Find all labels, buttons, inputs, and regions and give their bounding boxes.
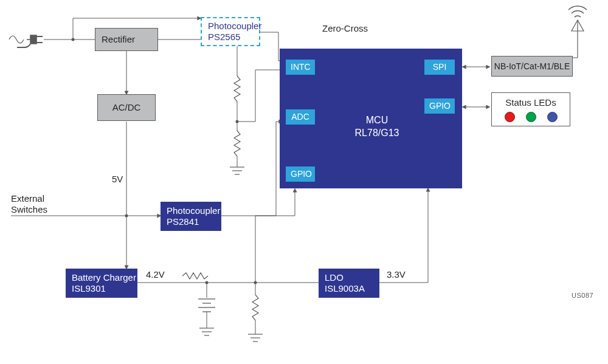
mcu-part: RL78/G13	[340, 127, 413, 140]
status-leds-block: Status LEDs	[491, 92, 570, 126]
led-red-icon	[505, 112, 515, 122]
battery-charger-line1: Battery Charger	[72, 272, 131, 283]
photocoupler1-line2: PS2565	[208, 32, 253, 43]
led-blue-icon	[547, 112, 558, 122]
battery-charger-line2: ISL9301	[72, 283, 131, 294]
wifi-icon	[568, 6, 587, 17]
mcu-name: MCU	[340, 114, 413, 127]
diagram-id: US087	[572, 292, 593, 299]
acdc-block: AC/DC	[97, 94, 156, 121]
rectifier-block: Rectifier	[95, 28, 158, 51]
chip-gpio-left: GPIO	[286, 167, 315, 182]
chip-spi: SPI	[424, 60, 455, 75]
svg-rect-0	[30, 35, 36, 44]
photocoupler1-line1: Photocoupler	[208, 21, 253, 32]
chip-adc: ADC	[286, 109, 315, 125]
label-4-2v: 4.2V	[146, 269, 165, 280]
label-switches: Switches	[11, 204, 47, 215]
ground-icon	[248, 334, 263, 342]
photocoupler-ps2565-block: Photocoupler PS2565	[201, 17, 260, 46]
photocoupler-ps2841-block: Photocoupler PS2841	[161, 202, 221, 231]
battery-icon	[198, 299, 215, 312]
nbiot-label: NB-IoT/Cat-M1/BLE	[494, 61, 570, 72]
mcu-block: INTC ADC GPIO SPI GPIO MCU RL78/G13	[280, 49, 462, 188]
svg-point-3	[72, 38, 75, 41]
rectifier-label: Rectifier	[102, 34, 151, 45]
ground-icon	[230, 167, 244, 174]
led-green-icon	[526, 112, 536, 122]
photocoupler2-line2: PS2841	[167, 216, 215, 227]
photocoupler2-line1: Photocoupler	[167, 205, 215, 216]
status-leds-label: Status LEDs	[505, 97, 556, 108]
label-external: External	[11, 193, 47, 204]
battery-charger-block: Battery Charger ISL9301	[66, 269, 137, 298]
mcu-title: MCU RL78/G13	[340, 114, 413, 140]
label-3-3v: 3.3V	[387, 269, 406, 280]
ldo-line2: ISL9003A	[325, 283, 373, 294]
label-5v: 5V	[112, 174, 123, 185]
label-external-switches: External Switches	[11, 193, 47, 215]
ldo-line1: LDO	[325, 272, 373, 283]
chip-intc: INTC	[286, 60, 315, 75]
chip-gpio-right: GPIO	[424, 98, 455, 114]
ldo-block: LDO ISL9003A	[319, 269, 379, 298]
plug-icon	[17, 35, 43, 47]
nbiot-block: NB-IoT/Cat-M1/BLE	[491, 56, 573, 77]
label-zero-cross: Zero-Cross	[322, 23, 368, 34]
ac-sine-icon	[9, 36, 24, 43]
ground-icon	[199, 328, 214, 335]
acdc-label: AC/DC	[112, 102, 141, 113]
